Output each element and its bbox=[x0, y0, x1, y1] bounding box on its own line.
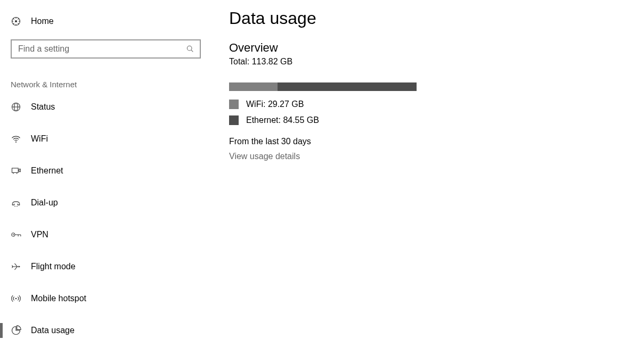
wifi-icon bbox=[11, 134, 31, 144]
sidebar-item-dialup[interactable]: Dial-up bbox=[0, 190, 213, 216]
status-icon bbox=[11, 102, 31, 112]
svg-point-21 bbox=[14, 206, 15, 206]
legend-swatch-wifi bbox=[229, 100, 239, 109]
sidebar-item-vpn[interactable]: VPN bbox=[0, 222, 213, 247]
sidebar-item-mobile-hotspot[interactable]: Mobile hotspot bbox=[0, 286, 213, 311]
search-icon bbox=[186, 45, 194, 53]
svg-line-6 bbox=[13, 19, 14, 20]
svg-point-23 bbox=[17, 206, 18, 206]
legend-label-ethernet: Ethernet: 84.55 GB bbox=[246, 115, 319, 125]
sidebar-item-label: Data usage bbox=[31, 326, 75, 335]
legend-swatch-ethernet bbox=[229, 115, 239, 125]
search-settings-field[interactable] bbox=[17, 44, 186, 54]
svg-point-22 bbox=[15, 206, 16, 206]
svg-line-8 bbox=[13, 23, 14, 24]
main-content: Data usage Overview Total: 113.82 GB WiF… bbox=[213, 0, 627, 364]
svg-rect-17 bbox=[19, 169, 21, 172]
overview-heading: Overview bbox=[229, 41, 627, 55]
sidebar-item-label: WiFi bbox=[31, 134, 48, 144]
sidebar-item-wifi[interactable]: WiFi bbox=[0, 126, 213, 152]
page-title: Data usage bbox=[229, 9, 627, 28]
legend-row-wifi: WiFi: 29.27 GB bbox=[229, 100, 627, 109]
vpn-icon bbox=[11, 229, 31, 240]
ethernet-icon bbox=[11, 166, 31, 176]
svg-point-29 bbox=[15, 298, 17, 300]
sidebar-item-ethernet[interactable]: Ethernet bbox=[0, 158, 213, 184]
svg-line-9 bbox=[18, 19, 19, 20]
svg-point-15 bbox=[15, 142, 17, 143]
nav-home-label: Home bbox=[31, 16, 54, 26]
usage-bar-segment-wifi bbox=[229, 82, 278, 91]
sidebar-item-label: Flight mode bbox=[31, 262, 76, 271]
svg-line-7 bbox=[18, 23, 19, 24]
total-usage-label: Total: 113.82 GB bbox=[229, 57, 627, 67]
svg-line-11 bbox=[191, 50, 193, 52]
sidebar-section-header: Network & Internet bbox=[0, 59, 213, 94]
usage-bar bbox=[229, 82, 417, 91]
dialup-icon bbox=[11, 197, 31, 208]
sidebar-item-label: Dial-up bbox=[31, 198, 58, 208]
legend-row-ethernet: Ethernet: 84.55 GB bbox=[229, 115, 627, 125]
period-label: From the last 30 days bbox=[229, 137, 627, 146]
hotspot-icon bbox=[11, 293, 31, 304]
sidebar-item-flight-mode[interactable]: Flight mode bbox=[0, 254, 213, 279]
home-icon bbox=[11, 16, 31, 27]
airplane-icon bbox=[11, 261, 31, 272]
view-usage-details-link[interactable]: View usage details bbox=[229, 152, 300, 161]
svg-rect-16 bbox=[12, 168, 19, 172]
sidebar-item-label: VPN bbox=[31, 230, 48, 239]
sidebar-item-data-usage[interactable]: Data usage bbox=[0, 318, 213, 343]
svg-point-10 bbox=[187, 46, 192, 51]
sidebar-item-label: Mobile hotspot bbox=[31, 294, 86, 303]
settings-sidebar: Home Network & Internet bbox=[0, 0, 213, 364]
svg-point-25 bbox=[13, 234, 14, 235]
sidebar-nav-list: Status WiFi bbox=[0, 94, 213, 343]
legend-label-wifi: WiFi: 29.27 GB bbox=[246, 100, 304, 109]
sidebar-item-status[interactable]: Status bbox=[0, 94, 213, 120]
sidebar-item-label: Status bbox=[31, 102, 55, 112]
search-settings-input[interactable] bbox=[11, 39, 201, 59]
usage-bar-segment-ethernet bbox=[278, 82, 417, 91]
sidebar-item-label: Ethernet bbox=[31, 166, 63, 176]
data-usage-icon bbox=[11, 325, 31, 336]
nav-home[interactable]: Home bbox=[0, 10, 213, 33]
svg-point-1 bbox=[15, 20, 17, 22]
